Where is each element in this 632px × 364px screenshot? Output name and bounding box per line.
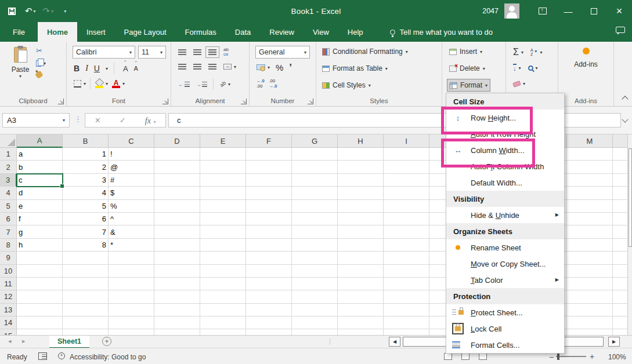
cell-I12[interactable] [384,290,429,303]
cell-M10[interactable] [567,265,613,278]
cell-F3[interactable] [246,174,292,187]
cell-F9[interactable] [246,252,292,264]
cell-D9[interactable] [154,252,200,264]
cell-E9[interactable] [200,252,246,264]
number-dialog-launcher[interactable] [308,99,313,104]
tab-insert[interactable]: Insert [77,22,115,42]
sort-filter-button[interactable]: AZ▾ [530,48,543,56]
cell-A8[interactable]: h [17,239,63,252]
cell-D7[interactable] [154,225,200,238]
cell-B1[interactable]: 1 [63,148,109,161]
collapse-ribbon-icon[interactable] [622,96,628,102]
decrease-indent-button[interactable]: ← [178,81,190,88]
ribbon-display-options-button[interactable] [530,0,555,22]
column-header-I[interactable]: I [384,134,429,148]
cell-M12[interactable] [567,290,613,303]
cell-E5[interactable] [200,200,246,213]
cell-G10[interactable] [292,265,338,278]
cell-H1[interactable] [338,148,384,161]
row-header-2[interactable]: 2 [0,161,17,173]
cell-B13[interactable] [63,304,109,316]
cell-G8[interactable] [292,239,338,252]
cell-N3[interactable] [613,174,627,187]
column-header-N[interactable]: N [613,134,627,148]
cell-M8[interactable] [567,239,613,252]
column-header-B[interactable]: B [63,134,109,148]
tab-page-layout[interactable]: Page Layout [115,22,176,42]
cell-D2[interactable] [154,161,200,173]
cell-M5[interactable] [567,200,613,213]
cell-G5[interactable] [292,200,338,213]
underline-dropdown-icon[interactable]: ▾ [106,66,108,71]
cell-C13[interactable] [109,304,154,316]
cell-H10[interactable] [338,265,384,278]
cell-F12[interactable] [246,290,292,303]
cell-F6[interactable] [246,213,292,225]
comma-style-button[interactable]: ’ [289,65,292,71]
cell-A1[interactable]: a [17,148,63,161]
minimize-button[interactable]: — [555,0,581,22]
cell-H5[interactable] [338,200,384,213]
column-header-C[interactable]: C [109,134,154,148]
cell-B15[interactable] [63,329,109,335]
align-middle-button[interactable] [193,49,201,55]
zoom-percentage[interactable]: 100% [608,353,626,361]
align-bottom-button[interactable] [208,49,216,55]
insert-function-button[interactable]: fx ▾ [145,115,156,126]
row-header-13[interactable]: 13 [0,304,17,316]
cell-E12[interactable] [200,290,246,303]
cell-D4[interactable] [154,187,200,199]
accounting-format-button[interactable]: ▾ [257,64,270,71]
cell-A6[interactable]: f [17,213,63,225]
cell-D8[interactable] [154,239,200,252]
cell-A7[interactable]: g [17,225,63,238]
normal-view-button[interactable] [444,353,452,360]
cell-A14[interactable] [17,316,63,329]
tab-file[interactable]: File [0,22,38,42]
percent-style-button[interactable]: % [276,63,283,72]
cell-E11[interactable] [200,278,246,290]
cell-A4[interactable]: d [17,187,63,199]
cell-M9[interactable] [567,252,613,264]
sheet-tab-sheet1[interactable]: Sheet1 [49,336,89,348]
scroll-left-button[interactable]: ◀ [389,337,400,347]
cell-B7[interactable]: 7 [63,225,109,238]
cell-D15[interactable] [154,329,200,335]
column-header-D[interactable]: D [154,134,200,148]
row-header-11[interactable]: 11 [0,278,17,290]
increase-decimal-button[interactable]: ←.0.00 [257,79,265,89]
row-header-5[interactable]: 5 [0,200,17,213]
formula-bar-resize-handle[interactable]: ⋮ [74,115,82,123]
find-select-button[interactable]: ▾ [528,65,538,71]
cell-M7[interactable] [567,225,613,238]
column-header-E[interactable]: E [200,134,246,148]
menu-item-row-height[interactable]: Row Height... [446,110,564,126]
align-left-button[interactable] [178,64,186,70]
underline-button[interactable]: U [94,64,100,73]
cell-G7[interactable] [292,225,338,238]
cell-C5[interactable]: % [109,200,154,213]
column-header-A[interactable]: A [17,134,63,148]
zoom-out-button[interactable]: − [549,352,554,362]
cell-B5[interactable]: 5 [63,200,109,213]
cell-C1[interactable]: ! [109,148,154,161]
wrap-text-button[interactable]: abce [223,48,229,57]
new-sheet-button[interactable]: + [102,337,111,346]
cell-G6[interactable] [292,213,338,225]
cell-N7[interactable] [613,225,627,238]
next-sheet-icon[interactable]: ▸ [22,337,26,345]
row-header-15[interactable]: 15 [0,329,17,335]
cell-I4[interactable] [384,187,429,199]
tab-splitter-handle[interactable]: ⋮ [327,338,333,345]
cell-E2[interactable] [200,161,246,173]
menu-item-default-width[interactable]: Default Width... [446,174,564,191]
row-header-10[interactable]: 10 [0,265,17,278]
cell-H6[interactable] [338,213,384,225]
zoom-in-button[interactable]: + [590,352,594,361]
cell-I8[interactable] [384,239,429,252]
tab-formulas[interactable]: Formulas [176,22,226,42]
cell-G3[interactable] [292,174,338,187]
row-header-3[interactable]: 3 [0,174,17,187]
cell-F1[interactable] [246,148,292,161]
cell-A9[interactable] [17,252,63,264]
